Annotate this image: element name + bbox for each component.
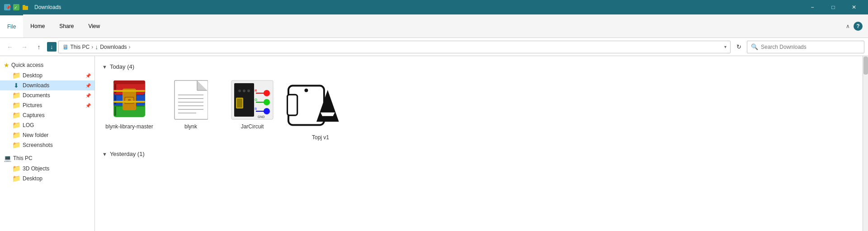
file-label-blynk: blynk	[184, 123, 197, 130]
folder-screenshots-icon: 📁	[13, 141, 20, 149]
window-controls: − □ ✕	[802, 0, 864, 14]
expand-ribbon-button[interactable]: ∧	[846, 23, 850, 29]
file-label-jarcircuit: JarCircuit	[241, 123, 264, 130]
sidebar-label-pc-desktop: Desktop	[23, 175, 42, 182]
breadcrumb-label: This PC	[71, 44, 90, 50]
svg-point-39	[264, 99, 270, 105]
sidebar-section-this-pc[interactable]: 💻 This PC	[0, 153, 94, 164]
sidebar-label-downloads: Downloads	[23, 82, 49, 89]
sidebar-label-pictures: Pictures	[23, 102, 42, 108]
svg-marker-51	[321, 113, 335, 116]
maximize-button[interactable]: □	[823, 0, 844, 14]
back-button[interactable]: ←	[4, 41, 16, 53]
sidebar-item-desktop[interactable]: 📁 Desktop 📌	[0, 71, 94, 80]
svg-text:GND: GND	[258, 115, 265, 118]
svg-point-41	[264, 108, 270, 114]
sidebar-item-pc-desktop[interactable]: 📁 Desktop	[0, 174, 94, 184]
close-button[interactable]: ✕	[844, 0, 864, 14]
svg-text:R: R	[255, 89, 257, 93]
breadcrumb-downloads-icon: ↓	[95, 43, 98, 51]
sidebar-item-new-folder[interactable]: 📁 New folder	[0, 130, 94, 140]
sidebar-item-3d-objects[interactable]: 📁 3D Objects	[0, 164, 94, 174]
svg-point-49	[304, 89, 308, 92]
sidebar-item-documents[interactable]: 📁 Documents 📌	[0, 90, 94, 100]
svg-rect-11	[114, 95, 116, 104]
file-item-blynk-library[interactable]: blynk-library-master	[102, 75, 156, 143]
svg-text:📌: 📌	[5, 5, 10, 10]
file-item-blynk[interactable]: blynk	[164, 75, 218, 143]
tab-view[interactable]: View	[81, 14, 107, 38]
sidebar-label-captures: Captures	[23, 112, 45, 118]
up-button[interactable]: ↑	[33, 41, 45, 53]
minimize-button[interactable]: −	[802, 0, 823, 14]
pin-documents-icon: 📌	[85, 93, 91, 98]
sidebar-item-captures[interactable]: 📁 Captures	[0, 110, 94, 120]
svg-rect-8	[114, 107, 116, 116]
sidebar-label-3d-objects: 3D Objects	[23, 165, 49, 172]
refresh-button[interactable]: ↻	[732, 41, 745, 53]
folder-new-icon: 📁	[13, 132, 20, 139]
sidebar-label-new-folder: New folder	[23, 132, 48, 138]
tab-file[interactable]: File	[0, 14, 23, 38]
folder-desktop-icon: 📁	[13, 72, 20, 79]
sidebar-label-screenshots: Screenshots	[23, 142, 53, 148]
section-today-label: Today (4)	[110, 63, 134, 70]
checkbox-icon: ✓	[13, 4, 20, 11]
winrar-icon	[108, 78, 151, 122]
sidebar-item-log[interactable]: 📁 LOG	[0, 120, 94, 130]
svg-rect-4	[23, 6, 28, 10]
folder-3d-icon: 📁	[13, 165, 20, 172]
circuit-icon: R G B GND	[231, 78, 274, 122]
quick-access-star-icon: ★	[4, 61, 9, 69]
svg-rect-19	[113, 101, 145, 103]
breadcrumb-downloads-label: Downloads	[100, 44, 127, 50]
svg-text:B: B	[255, 107, 257, 111]
svg-rect-13	[113, 80, 145, 84]
forward-button[interactable]: →	[18, 41, 31, 53]
pin-pictures-icon: 📌	[85, 103, 91, 108]
pin-desktop-icon: 📌	[85, 73, 91, 78]
breadcrumb-downloads[interactable]: Downloads ›	[100, 44, 130, 50]
scrollbar-thumb[interactable]	[863, 57, 868, 75]
document-icon	[169, 78, 212, 122]
sidebar-label-desktop: Desktop	[23, 72, 42, 79]
svg-rect-47	[237, 99, 242, 108]
svg-point-34	[243, 90, 245, 92]
section-yesterday-label: Yesterday (1)	[110, 151, 145, 157]
scrollbar[interactable]	[863, 56, 868, 231]
this-pc-icon: 💻	[4, 155, 11, 162]
folder-captures-icon: 📁	[13, 112, 20, 119]
address-bar[interactable]: 🖥 This PC › ↓ Downloads › ▾	[58, 41, 731, 53]
folder-pictures-icon: 📁	[13, 102, 20, 109]
svg-point-33	[238, 90, 241, 92]
file-item-topj[interactable]: Topj v1	[287, 75, 354, 143]
section-yesterday[interactable]: ▼ Yesterday (1)	[102, 151, 855, 157]
tab-home[interactable]: Home	[23, 14, 52, 38]
search-icon: 🔍	[751, 43, 758, 50]
section-today[interactable]: ▼ Today (4)	[102, 63, 855, 70]
quick-access-label: Quick access	[11, 62, 43, 68]
sidebar-item-screenshots[interactable]: 📁 Screenshots	[0, 140, 94, 150]
file-grid: blynk-library-master	[102, 75, 855, 143]
main-layout: ★ Quick access 📁 Desktop 📌 ⬇ Downloads 📌…	[0, 56, 868, 231]
address-dropdown-button[interactable]: ▾	[724, 44, 726, 49]
file-label-blynk-library: blynk-library-master	[105, 123, 153, 130]
file-item-jarcircuit[interactable]: R G B GND JarCircuit	[225, 75, 279, 143]
pin-downloads-icon: 📌	[85, 83, 91, 88]
help-button[interactable]: ?	[854, 22, 863, 31]
ribbon: File Home Share View ∧ ?	[0, 14, 868, 38]
download-nav-button[interactable]: ↓	[47, 42, 57, 52]
folder-icon	[22, 4, 29, 11]
search-input[interactable]	[761, 44, 860, 50]
address-computer-icon: 🖥	[62, 43, 69, 51]
sidebar-item-pictures[interactable]: 📁 Pictures 📌	[0, 100, 94, 110]
sidebar-label-log: LOG	[23, 122, 34, 128]
content-area: ▼ Today (4)	[95, 56, 863, 231]
search-box[interactable]: 🔍	[747, 41, 864, 53]
tab-share[interactable]: Share	[52, 14, 81, 38]
sidebar-label-documents: Documents	[23, 92, 50, 99]
breadcrumb-this-pc[interactable]: This PC ›	[71, 44, 94, 50]
sidebar-section-quick-access[interactable]: ★ Quick access	[0, 60, 94, 71]
topj-icon	[287, 78, 354, 132]
sidebar-item-downloads[interactable]: ⬇ Downloads 📌	[0, 80, 94, 90]
